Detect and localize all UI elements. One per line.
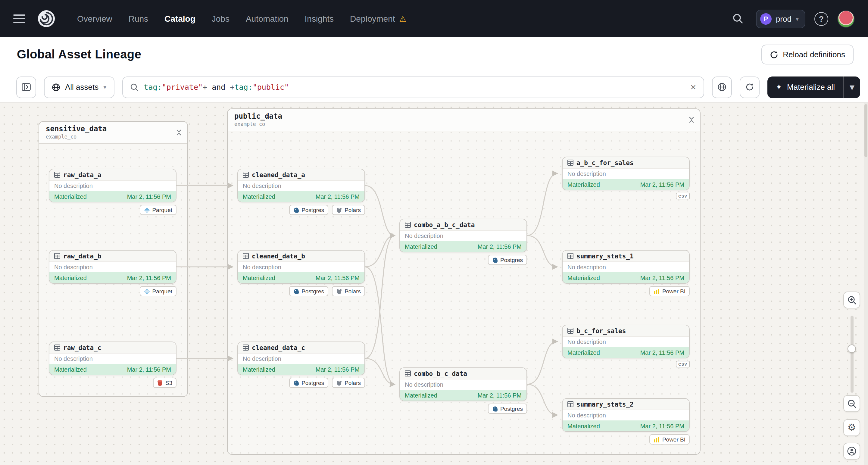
materialized-label: Materialized [567, 274, 600, 281]
asset-status: Materialized Mar 2, 11:56 PM [563, 347, 689, 358]
asset-tags: Power BI [562, 286, 690, 296]
asset-node-raw-data-b[interactable]: raw_data_b No description Materialized M… [49, 250, 177, 284]
tag-polars[interactable]: Polars [332, 378, 365, 388]
power-bi-icon [654, 436, 660, 442]
asset-name: raw_data_c [63, 344, 101, 351]
tag-postgres[interactable]: Postgres [289, 286, 328, 296]
user-icon [847, 446, 857, 456]
asset-node-summary-stats-2[interactable]: summary_stats_2 No description Materiali… [562, 398, 690, 432]
materialized-label: Materialized [54, 366, 87, 373]
nav-item-catalog[interactable]: Catalog [164, 14, 195, 24]
asset-tags: Postgres [399, 404, 527, 414]
tag-postgres[interactable]: Postgres [488, 404, 527, 414]
chevron-down-icon: ▾ [796, 16, 799, 22]
asset-node-cleaned-data-b[interactable]: cleaned_data_b No description Materializ… [237, 250, 365, 284]
asset-node-combo-b-c-data[interactable]: combo_b_c_data No description Materializ… [399, 367, 527, 401]
tag-polars[interactable]: Polars [332, 205, 365, 215]
nav-item-automation[interactable]: Automation [246, 14, 288, 24]
globe-icon [717, 83, 726, 92]
clear-filter-icon[interactable]: × [691, 82, 696, 92]
tag-power-bi[interactable]: Power BI [650, 434, 690, 444]
asset-node-summary-stats-1[interactable]: summary_stats_1 No description Materiali… [562, 250, 690, 284]
asset-description: No description [238, 262, 365, 272]
asset-name: cleaned_data_c [252, 344, 305, 351]
power-bi-icon [654, 288, 660, 294]
asset-node-raw-data-c[interactable]: raw_data_c No description Materialized M… [49, 342, 177, 375]
menu-icon[interactable] [13, 14, 25, 23]
nav-item-overview[interactable]: Overview [77, 14, 112, 24]
tag-postgres[interactable]: Postgres [289, 378, 328, 388]
asset-description: No description [238, 181, 365, 191]
asset-status: Materialized Mar 2, 11:56 PM [50, 191, 176, 202]
asset-node-b-c-for-sales[interactable]: b_c_for_sales No description Materialize… [562, 324, 690, 359]
zoom-slider-knob[interactable] [847, 344, 856, 353]
collapse-group-icon[interactable] [176, 127, 182, 138]
asset-name: cleaned_data_a [252, 171, 305, 178]
collapse-group-icon[interactable] [688, 115, 694, 125]
lineage-canvas[interactable]: sensitive_data example_co public_data ex… [0, 103, 868, 465]
asset-scope-dropdown[interactable]: All assets ▾ [44, 76, 114, 98]
dagster-logo-icon[interactable] [37, 10, 55, 28]
materialized-time: Mar 2, 11:56 PM [127, 366, 171, 373]
asset-node-cleaned-data-a[interactable]: cleaned_data_a No description Materializ… [237, 169, 365, 203]
nav-item-jobs[interactable]: Jobs [212, 14, 229, 24]
nav-right: P prod ▾ ? [729, 9, 855, 28]
graph-settings-button[interactable]: ⚙ [843, 419, 860, 436]
asset-node-raw-data-a[interactable]: raw_data_a No description Materialized M… [49, 169, 177, 203]
materialized-label: Materialized [243, 274, 275, 281]
zoom-out-button[interactable] [843, 395, 860, 412]
materialize-all-button[interactable]: ✦ Materialize all [767, 76, 843, 98]
reload-definitions-button[interactable]: Reload definitions [761, 44, 854, 64]
vertical-scrollbar[interactable] [864, 103, 868, 465]
asset-filter-input[interactable]: tag:"private"+ and +tag:"public" × [122, 76, 704, 98]
group-header[interactable]: sensitive_data example_co [39, 122, 187, 144]
nav-item-runs[interactable]: Runs [129, 14, 148, 24]
parquet-icon [144, 207, 150, 213]
page-header: Global Asset Lineage Reload definitions [0, 37, 868, 72]
csv-file-icon: CSV [676, 361, 690, 367]
asset-node-combo-a-b-c-data[interactable]: combo_a_b_c_data No description Material… [399, 219, 527, 252]
materialize-options-button[interactable]: ▾ [844, 76, 860, 98]
refresh-button[interactable] [739, 76, 759, 98]
deployment-switcher[interactable]: P prod ▾ [756, 9, 805, 28]
tag-power-bi[interactable]: Power BI [650, 286, 690, 296]
zoom-in-button[interactable] [843, 291, 860, 308]
asset-tags: CSV [562, 193, 690, 199]
table-icon [567, 328, 574, 334]
search-icon [130, 83, 138, 91]
asset-tags: Parquet [49, 286, 177, 296]
tag-postgres[interactable]: Postgres [488, 255, 527, 265]
help-icon[interactable]: ? [814, 12, 828, 26]
tag-s3[interactable]: S3 [153, 378, 177, 388]
scrollbar-thumb[interactable] [864, 104, 867, 157]
tag-postgres[interactable]: Postgres [289, 205, 328, 215]
zoom-slider-track[interactable] [850, 316, 853, 393]
panel-toggle-button[interactable] [16, 76, 36, 98]
avatar[interactable] [837, 10, 855, 27]
asset-name: cleaned_data_b [252, 252, 305, 259]
materialized-time: Mar 2, 11:56 PM [316, 193, 360, 200]
refresh-icon [745, 83, 754, 92]
page-title: Global Asset Lineage [17, 48, 141, 61]
deployment-badge: P [760, 13, 772, 24]
nav-item-deployment[interactable]: Deployment ⚠ [350, 14, 406, 24]
zoom-slider[interactable] [843, 316, 860, 393]
user-button[interactable] [843, 443, 860, 460]
asset-node-a-b-c-for-sales[interactable]: a_b_c_for_sales No description Materiali… [562, 157, 690, 190]
table-icon [567, 160, 574, 166]
nav-item-insights[interactable]: Insights [305, 14, 334, 24]
search-icon[interactable] [729, 10, 747, 28]
globe-view-button[interactable] [712, 76, 732, 98]
asset-node-cleaned-data-c[interactable]: cleaned_data_c No description Materializ… [237, 342, 365, 375]
dagster-app: Overview Runs Catalog Jobs Automation In… [0, 0, 868, 465]
postgres-icon [492, 257, 498, 263]
materialized-time: Mar 2, 11:56 PM [640, 274, 684, 281]
tag-polars[interactable]: Polars [332, 286, 365, 296]
tag-parquet[interactable]: Parquet [140, 205, 177, 215]
asset-status: Materialized Mar 2, 11:56 PM [563, 179, 689, 190]
group-header[interactable]: public_data example_co [228, 109, 700, 131]
tag-parquet[interactable]: Parquet [140, 286, 177, 296]
chevron-down-icon: ▾ [849, 81, 855, 93]
table-icon [54, 253, 60, 259]
table-icon [405, 222, 411, 228]
